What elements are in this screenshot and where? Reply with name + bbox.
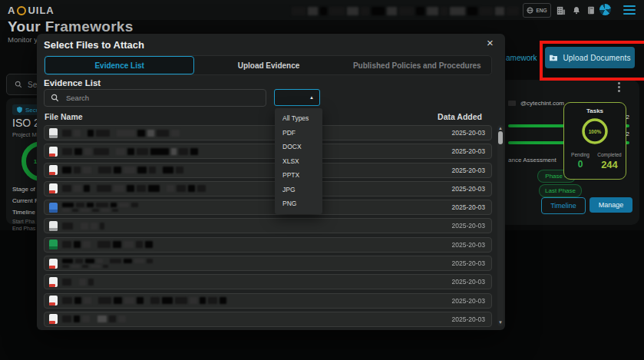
xlsx-file-icon	[49, 239, 58, 249]
file-date: 2025-20-03	[452, 147, 485, 155]
pdf-file-icon	[49, 296, 58, 306]
file-row[interactable]: 2025-20-03	[44, 293, 492, 309]
aquila-logo[interactable]: A UILA	[8, 5, 54, 16]
search-icon	[15, 81, 22, 88]
completed-label: Completed	[595, 152, 624, 157]
evidence-search[interactable]	[44, 89, 266, 107]
docx-file-icon	[49, 203, 58, 213]
timeline-label: Timeline	[12, 209, 35, 216]
evidence-search-input[interactable]	[64, 93, 244, 103]
file-name-redacted	[62, 315, 447, 322]
pdf-file-icon	[49, 165, 58, 175]
menu-option[interactable]: JPG	[275, 183, 322, 197]
file-row[interactable]: 2025-20-03	[44, 200, 492, 215]
evidence-list-section-label: Evidence List	[44, 78, 101, 88]
modal-title: Select Files to Attach	[44, 39, 144, 51]
file-date: 2025-20-03	[452, 241, 485, 249]
topbar-redacted-text	[292, 6, 521, 15]
file-date: 2025-20-03	[452, 259, 485, 267]
tasks-title: Tasks	[564, 107, 626, 114]
docs-book-icon[interactable]	[585, 4, 597, 16]
pending-label: Pending	[566, 152, 595, 157]
pdf-file-icon	[49, 277, 58, 287]
scrollbar[interactable]: ▲ ▼	[497, 125, 504, 326]
pdf-file-icon	[49, 147, 58, 157]
menu-option[interactable]: PDF	[275, 126, 322, 140]
file-date: 2025-20-03	[452, 203, 485, 211]
globe-icon	[527, 7, 533, 14]
shield-icon	[17, 107, 22, 113]
file-row[interactable]: 2025-20-03	[44, 274, 492, 289]
framework-subtitle: Project M	[12, 131, 37, 138]
file-row[interactable]: 2025-20-03	[44, 312, 492, 327]
file-name-redacted	[62, 148, 447, 155]
file-date: 2025-20-03	[452, 129, 485, 137]
file-name-redacted	[62, 130, 447, 137]
tab-published-policies[interactable]: Published Policies and Procedures	[343, 56, 491, 74]
pending-value: 0	[566, 159, 595, 170]
tab-upload-evidence[interactable]: Upload Evidence	[194, 56, 342, 74]
language-label: ENG	[536, 8, 547, 13]
file-name-redacted	[62, 167, 447, 173]
menu-option[interactable]: PPTX	[275, 168, 322, 183]
pdf-file-icon	[49, 183, 58, 193]
file-name-redacted	[62, 185, 447, 192]
file-type-menu: All TypesPDFDOCXXLSXPPTXJPGPNG	[275, 108, 322, 214]
add-framework-link[interactable]: amework	[506, 54, 537, 62]
pdf-file-icon	[49, 259, 58, 269]
screen: A UILA ENG	[0, 0, 644, 360]
file-date: 2025-20-03	[452, 222, 485, 230]
completed-value: 244	[595, 159, 624, 170]
page-title: Your Frameworks	[8, 18, 134, 35]
notifications-bell-icon[interactable]	[570, 4, 583, 16]
language-selector[interactable]: ENG	[523, 3, 551, 18]
file-row[interactable]: 2025-20-03	[44, 125, 492, 140]
column-file-name: File Name	[45, 112, 83, 121]
doc-file-icon	[49, 128, 58, 138]
file-row[interactable]: 2025-20-03	[44, 256, 492, 271]
menu-option[interactable]: PNG	[275, 197, 322, 211]
scrollbar-thumb[interactable]	[498, 131, 503, 144]
file-type-select[interactable]: ▲	[274, 89, 320, 106]
tasks-progress-ring: 100%	[581, 117, 609, 145]
scroll-down-icon[interactable]: ▼	[497, 320, 504, 325]
close-icon[interactable]: ×	[487, 36, 494, 49]
file-row[interactable]: 2025-20-03	[44, 237, 492, 253]
file-row[interactable]: 2025-20-03	[44, 144, 492, 159]
tasks-card: Tasks 100% Pending Completed 0 244	[563, 102, 626, 180]
menu-option[interactable]: XLSX	[275, 154, 322, 169]
apps-orb-icon[interactable]	[599, 4, 611, 15]
card-menu-kebab-icon[interactable]	[618, 82, 620, 94]
doc-file-icon	[49, 221, 58, 231]
organization-icon[interactable]	[554, 4, 566, 16]
menu-option[interactable]: DOCX	[275, 140, 322, 154]
owner-email: @cytechint.com	[508, 100, 564, 107]
file-name-redacted	[62, 279, 447, 286]
menu-option[interactable]: All Types	[275, 111, 322, 126]
timeline-button[interactable]: Timeline	[541, 197, 586, 214]
file-row[interactable]: 2025-20-03	[44, 218, 492, 233]
select-files-modal: Select Files to Attach × Evidence List U…	[37, 34, 505, 330]
hamburger-menu-icon[interactable]	[623, 5, 636, 17]
page-subtitle: Monitor y	[8, 35, 38, 44]
logo-text-pre: A	[8, 5, 15, 16]
file-list: 2025-20-032025-20-032025-20-032025-20-03…	[44, 125, 492, 330]
top-bar: A UILA ENG	[0, 0, 644, 20]
chevron-up-icon: ▲	[309, 95, 314, 100]
framework-details-panel: @cytechint.com 12/12 12/12 ance Assessme…	[499, 80, 639, 225]
file-date: 2025-20-03	[452, 185, 485, 193]
scroll-up-icon[interactable]: ▲	[497, 126, 504, 131]
tab-evidence-list[interactable]: Evidence List	[45, 56, 194, 74]
pdf-file-icon	[49, 314, 58, 324]
manage-button[interactable]: Manage	[590, 197, 632, 213]
assessment-label: ance Assessment	[508, 157, 556, 163]
file-date: 2025-20-03	[452, 167, 485, 174]
annotation-highlight-box	[540, 41, 644, 81]
column-data-added: Data Added	[421, 112, 482, 121]
file-row[interactable]: 2025-20-03	[44, 181, 492, 197]
start-phase-label: Start Pha	[12, 219, 35, 224]
file-row[interactable]: 2025-20-03	[44, 163, 492, 178]
file-name-redacted	[62, 223, 447, 230]
file-name-redacted	[62, 203, 447, 212]
last-phase-pill: Last Phase	[539, 184, 582, 197]
